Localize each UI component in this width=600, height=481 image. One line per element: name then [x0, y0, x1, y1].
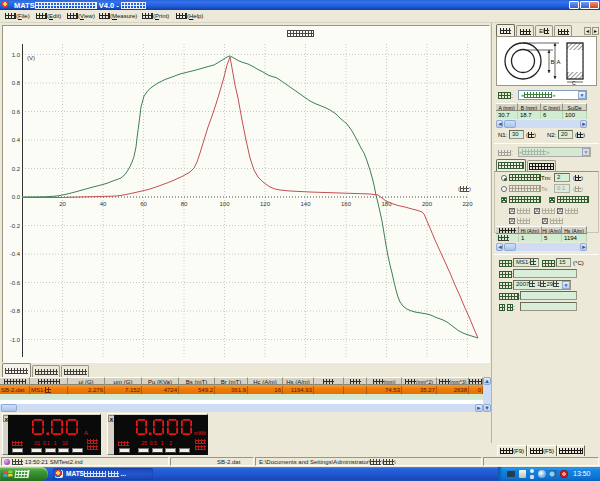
svg-text:120: 120: [260, 201, 271, 207]
svg-text:(V): (V): [27, 55, 35, 61]
svg-text:A: A: [84, 430, 88, 436]
svg-text:A: A: [557, 59, 561, 65]
svg-text:-0.8: -0.8: [10, 308, 21, 314]
svg-text:1.0: 1.0: [12, 52, 21, 58]
svg-text:-1.0: -1.0: [10, 337, 21, 343]
svg-text:0.0: 0.0: [12, 194, 21, 200]
svg-text:100: 100: [219, 201, 230, 207]
svg-text:0.2: 0.2: [12, 166, 21, 172]
svg-text:80: 80: [181, 201, 188, 207]
svg-text:180: 180: [381, 201, 392, 207]
svg-text:mWb: mWb: [194, 430, 206, 436]
svg-text:0.4: 0.4: [12, 137, 21, 143]
svg-text:-0.6: -0.6: [10, 280, 21, 286]
svg-text:B: B: [551, 59, 555, 65]
svg-text:200: 200: [422, 201, 433, 207]
svg-text:220: 220: [462, 201, 473, 207]
svg-text:60: 60: [140, 201, 147, 207]
svg-text:0.8: 0.8: [12, 80, 21, 86]
svg-text:140: 140: [300, 201, 311, 207]
svg-text:-0.4: -0.4: [10, 251, 21, 257]
svg-text:160: 160: [341, 201, 352, 207]
svg-text:C: C: [572, 80, 576, 86]
svg-text:-0.2: -0.2: [10, 223, 21, 229]
svg-text:0.6: 0.6: [12, 109, 21, 115]
svg-text:40: 40: [100, 201, 107, 207]
svg-text:20: 20: [59, 201, 66, 207]
